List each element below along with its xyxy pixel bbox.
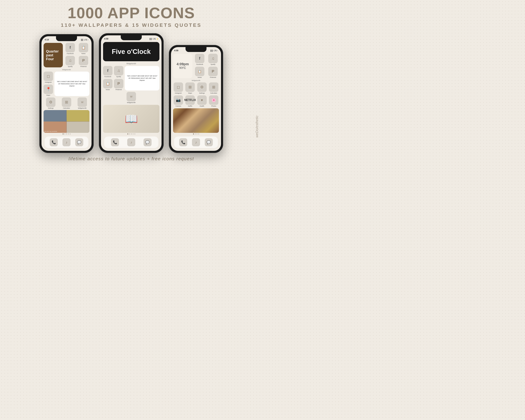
middle-phone: 4:59 ▌▌ LTE ⚡ Five o'Clock Widgetsmith f (99, 33, 164, 153)
main-title: 1000 APP iCONS (0, 0, 262, 21)
right-health-icon[interactable]: ♥ Health (197, 95, 207, 107)
right-notes-icon[interactable]: 📋 Notes (194, 67, 206, 78)
left-widgetsmith-label: Widgetsmith (44, 69, 89, 71)
maps-icon-img: 📍 (44, 84, 53, 94)
widgetsmith-icon-label: Widgetsmith (78, 107, 87, 109)
right-instagram-img: ◻ (174, 83, 183, 92)
left-phone-wrapper: 4:14 ▌▌ LTE ▪ Quarter past Four f Facebo… (39, 34, 94, 153)
middle-phone-wrapper: 4:59 ▌▌ LTE ⚡ Five o'Clock Widgetsmith f (99, 33, 164, 153)
dot-5 (70, 133, 71, 134)
middle-photo-book: 📖 (103, 105, 159, 133)
right-photo-painting (173, 108, 219, 133)
right-camera-icon[interactable]: 📷 Camera (173, 95, 184, 107)
right-calculator-img: ⊞ (209, 83, 218, 92)
footer-text: lifetime access to future updates + free… (0, 156, 262, 161)
right-time: 4:09 (174, 49, 178, 52)
spotify-icon-img: ♫ (66, 56, 75, 65)
right-netflix-icon[interactable]: NETFLIX Netflix (185, 95, 196, 107)
photo-cell-4 (67, 122, 90, 133)
right-spotify-label: Spotify (211, 64, 216, 65)
right-facebook-icon[interactable]: f Facebook (194, 54, 206, 65)
dot-3 (66, 133, 67, 134)
left-phone-dock-icon[interactable]: 📞 (50, 138, 58, 146)
right-camera-label: Camera (176, 105, 181, 107)
right-notch (186, 47, 206, 52)
right-instagram-icon[interactable]: ◻ Instagram (173, 83, 184, 94)
settings-icon-img: ⚙ (46, 97, 56, 107)
left-dock: 📞 ♪ 💬 (45, 137, 88, 148)
left-signals: ▌▌ LTE ▪ (81, 39, 88, 41)
left-notes-icon-top[interactable]: 📋 Notes (77, 43, 89, 55)
middle-screen-content: Five o'Clock Widgetsmith f Facebook ♫ (101, 41, 161, 151)
right-maps-icon[interactable]: ⊞ Maps (185, 83, 196, 94)
mid-message-dock-icon[interactable]: 💬 (143, 138, 151, 146)
right-maps-label: Maps (188, 92, 192, 94)
right-music-dock-icon[interactable]: ♪ (192, 138, 200, 146)
right-message-dock-icon[interactable]: 💬 (205, 138, 213, 146)
right-pinterest-icon[interactable]: P Pinterest (207, 67, 219, 78)
right-dock: 📞 ♪ 💬 (174, 137, 218, 148)
left-photo-collage: you are my sunshine (44, 110, 89, 133)
facebook-icon-img: f (66, 43, 75, 52)
left-quote-widget: "WE CANNOT BECOME WHAT WE WANT BY REMAIN… (55, 72, 89, 96)
right-settings-label: Settings (199, 92, 205, 94)
left-widgetsmith-icon[interactable]: W Widgetsmith (75, 97, 89, 109)
left-phone: 4:14 ▌▌ LTE ▪ Quarter past Four f Facebo… (39, 34, 94, 153)
left-settings-icon[interactable]: ⚙ Settings (44, 97, 58, 109)
left-top-widget-row: Quarter past Four f Facebook ♫ Spotify (44, 43, 89, 67)
right-photos-icon[interactable]: 🌸 Photos (209, 95, 219, 107)
instagram-label: Instagram (45, 81, 52, 83)
mid-notes-icon[interactable]: 📋 Notes (103, 79, 112, 91)
right-calculator-label: Calculator (210, 92, 217, 94)
right-city: NYC (179, 66, 186, 70)
left-maps-icon[interactable]: 📍 Maps (44, 84, 53, 96)
left-instagram-icon[interactable]: ◻ Instagram (44, 72, 53, 83)
right-screen-content: 4:09pm NYC f Facebook 📋 Notes (171, 52, 221, 151)
right-dot-4 (198, 133, 199, 134)
right-notes-label: Notes (197, 76, 202, 78)
right-calculator-icon[interactable]: ⊞ Calculator (209, 83, 219, 94)
middle-quote-widget: "WE CANNOT BECOME WHAT WE WANT BY REMAIN… (125, 66, 159, 91)
facebook-label: Facebook (67, 53, 74, 55)
left-pinterest-icon[interactable]: P Pinterest (77, 56, 89, 67)
left-facebook-icon[interactable]: f Facebook (64, 43, 76, 55)
right-spotify-img: ♫ (208, 54, 218, 63)
left-spotify-icon[interactable]: ♫ Spotify (64, 56, 76, 67)
mid-facebook-label: Facebook (104, 76, 111, 77)
dot-2 (64, 133, 65, 134)
middle-dock: 📞 ♪ 💬 (104, 137, 158, 148)
mid-widgetsmith-icon[interactable]: W Widgetsmith (127, 92, 136, 103)
right-spotify-icon[interactable]: ♫ Spotify (207, 54, 219, 65)
mid-pinterest-icon[interactable]: P Pinterest (114, 79, 123, 91)
left-calculator-icon[interactable]: ⊞ Calculator (59, 97, 74, 109)
right-maps-img: ⊞ (185, 83, 195, 92)
middle-page-dots (103, 133, 159, 135)
left-music-dock-icon[interactable]: ♪ (63, 138, 71, 146)
right-health-img: ♥ (197, 95, 207, 105)
photo-cell-1 (44, 110, 66, 121)
mid-spotify-img: ♫ (114, 66, 123, 75)
middle-widgetsmith-label: Widgetsmith (103, 63, 159, 65)
right-photos-img: 🌸 (209, 95, 218, 105)
middle-screen: 4:59 ▌▌ LTE ⚡ Five o'Clock Widgetsmith f (101, 35, 161, 151)
right-phone: 4:09 ▌▌ LTE ▪ 4:09pm NYC f Facebook (169, 45, 223, 153)
pinterest-icon-img: P (79, 56, 88, 65)
right-settings-icon[interactable]: ⚙ Settings (197, 83, 207, 94)
right-photos-label: Photos (211, 105, 216, 107)
mid-dot-3 (131, 133, 132, 134)
maps-label: Maps (46, 94, 50, 96)
right-bottom-icons: 📷 Camera NETFLIX Netflix ♥ Health 🌸 (173, 95, 219, 107)
right-health-label: Health (200, 105, 204, 107)
left-message-dock-icon[interactable]: 💬 (75, 138, 83, 146)
right-phone-dock-icon[interactable]: 📞 (179, 138, 187, 146)
right-pinterest-img: P (208, 67, 218, 76)
right-top-row: 4:09pm NYC f Facebook 📋 Notes (173, 54, 219, 78)
mid-music-dock-icon[interactable]: ♪ (127, 138, 135, 146)
mid-spotify-icon[interactable]: ♫ Spotify (114, 66, 123, 77)
left-bottom-icons: ⚙ Settings ⊞ Calculator W Widgetsmith (44, 97, 89, 109)
dot-1 (63, 133, 64, 134)
mid-phone-dock-icon[interactable]: 📞 (111, 138, 119, 146)
right-camera-img: 📷 (174, 95, 183, 105)
mid-pinterest-img: P (114, 79, 123, 88)
mid-facebook-icon[interactable]: f Facebook (103, 66, 112, 77)
